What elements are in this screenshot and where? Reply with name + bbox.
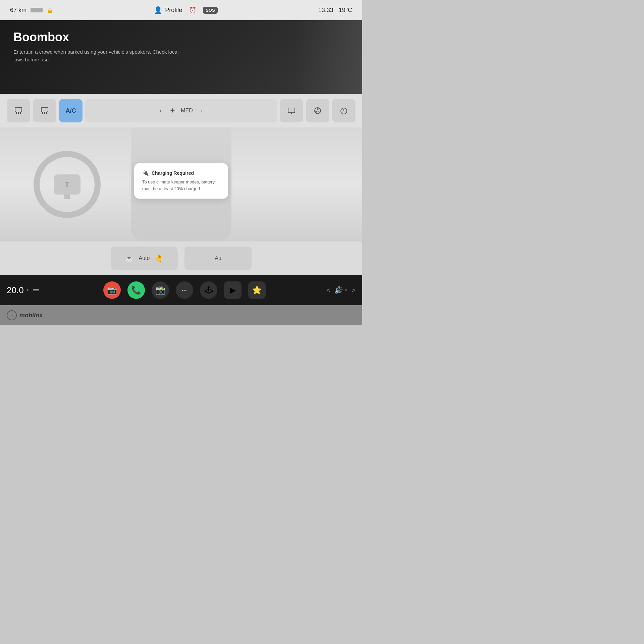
mute-icon: × [345,287,347,293]
camera-icon: 📷 [107,285,117,295]
car-illustration: T 🔌 Charging Required To use climate kee… [0,127,362,241]
boombox-description: Entertain a crowd when parked using your… [13,48,181,63]
camera2-button[interactable]: 📸 [152,281,169,299]
watermark-bar: ○ mobilox [0,305,362,325]
right-seat-label: Au [215,255,221,261]
volume-icon: 🔊 [334,286,343,294]
svg-point-12 [315,111,317,112]
charging-title-text: Charging Required [152,170,194,176]
charging-popup: 🔌 Charging Required To use climate keepe… [134,163,228,199]
taskbar-icons: 📷 📞 📸 ••• 🕹 ▶ ⭐ [54,281,315,299]
cabin-temp: 20.0 [7,285,24,296]
screen-button[interactable] [280,99,303,122]
dashcam-button[interactable]: 📷 [103,281,121,299]
timer-icon [339,106,348,115]
screen-icon [287,106,296,115]
boombox-content: Boombox Entertain a crowd when parked us… [13,30,181,63]
star-icon: ⭐ [252,285,262,295]
phone-icon: 📞 [131,285,141,295]
charging-popup-title: 🔌 Charging Required [142,170,220,176]
profile-button[interactable]: 👤 Profile [154,6,182,14]
seat-control-bar: ☕ Auto 🤚 Au [0,241,362,275]
nav-right-button[interactable]: > [352,286,356,294]
svg-rect-8 [288,108,295,113]
fan-icon: ✦ [169,106,175,115]
boombox-section: Boombox Entertain a crowd when parked us… [0,20,362,94]
battery-bar [31,8,43,12]
dots-icon: ••• [182,288,187,292]
mobilox-circle-icon: ○ [7,310,17,320]
mobilox-logo: ○ mobilox [7,310,43,320]
lock-icon: 🔒 [47,7,53,13]
joystick-icon: 🕹 [205,285,213,295]
mobilox-brand: mobilox [19,312,43,319]
svg-point-13 [319,111,320,112]
left-seat-control[interactable]: ☕ Auto 🤚 [111,247,178,270]
left-seat-mode: Auto [139,255,150,261]
camera2-icon: 📸 [155,285,165,295]
fan-increase-button[interactable]: › [198,105,205,116]
status-center: 👤 Profile ⏰ SOS [154,6,218,14]
right-seat-control[interactable]: Au [184,247,252,270]
taskbar-right: < 🔊 × > [315,286,356,294]
fan-decrease-button[interactable]: ‹ [157,105,164,116]
timer-button[interactable] [332,99,356,122]
bio-icon [313,106,322,115]
temp-arrow[interactable]: > [26,287,29,293]
left-seat-heat-icon: ☕ [125,254,133,262]
climate-bar: A/C ‹ ✦ MED › [0,94,362,127]
nav-left-button[interactable]: < [326,286,330,294]
media-button[interactable]: ▶ [224,281,241,299]
steering-wheel-hub: T [54,174,80,195]
bio-button[interactable] [306,99,329,122]
alarm-icon[interactable]: ⏰ [189,6,196,14]
ac-label: A/C [66,107,76,114]
fan-speed-display: MED [181,108,193,114]
front-heat-button[interactable] [7,99,30,122]
time-display: 13:33 [318,7,333,14]
tesla-logo: T [65,180,69,189]
arcade-button[interactable]: 🕹 [200,281,217,299]
taskbar: 20.0 > 📷 📞 📸 ••• 🕹 ▶ ⭐ [0,275,362,305]
svg-point-11 [317,108,318,110]
profile-label: Profile [165,7,182,14]
km-display: 67 km [10,7,26,14]
ac-button[interactable]: A/C [59,99,83,122]
charging-description: To use climate keeper modes, battery mus… [142,179,220,192]
more-button[interactable]: ••• [176,281,193,299]
status-left: 67 km 🔒 [10,7,53,14]
left-seat-cool-icon: 🤚 [155,254,163,262]
outside-temp: 19°C [339,7,352,14]
rear-heat-button[interactable] [33,99,56,122]
svg-rect-0 [15,107,22,112]
taskbar-left: 20.0 > [7,285,54,296]
volume-control[interactable]: 🔊 × [334,286,347,294]
svg-rect-4 [41,107,48,112]
media-icon: ▶ [230,285,236,295]
sos-badge[interactable]: SOS [203,7,217,14]
fan-control: ‹ ✦ MED › [85,99,277,122]
steering-wheel: T [34,151,101,218]
phone-button[interactable]: 📞 [127,281,145,299]
boombox-title: Boombox [13,30,181,44]
boombox-image [295,20,362,94]
seat-heat-small-icon [32,289,40,291]
status-bar: 67 km 🔒 👤 Profile ⏰ SOS 13:33 19°C [0,0,362,20]
charging-icon: 🔌 [142,170,149,176]
front-heat-icon [14,106,23,115]
rear-heat-icon [40,106,49,115]
toybox-button[interactable]: ⭐ [248,281,266,299]
profile-icon: 👤 [154,6,162,14]
status-right: 13:33 19°C [318,7,352,14]
car-visualization: T 🔌 Charging Required To use climate kee… [0,127,362,241]
